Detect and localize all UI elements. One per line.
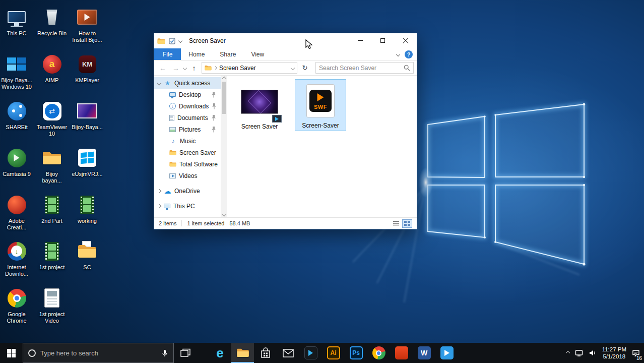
taskbar-search-input[interactable] xyxy=(40,349,157,357)
large-icons-view-button[interactable] xyxy=(402,219,412,228)
desktop-icon-shareit[interactable]: SHAREit xyxy=(0,100,33,131)
taskbar-chrome-button[interactable] xyxy=(367,343,390,363)
microphone-icon[interactable] xyxy=(161,349,168,357)
taskbar-media-player-button[interactable] xyxy=(299,343,322,363)
file-list-area[interactable]: Screen Saver SWF Screen-Saver xyxy=(227,76,417,217)
taskbar-word-button[interactable]: W xyxy=(413,343,435,363)
sidebar-item-documents[interactable]: Documents xyxy=(154,112,221,124)
scrollbar-thumb[interactable] xyxy=(222,82,226,114)
desktop-icon-recycle-bin[interactable]: Recycle Bin xyxy=(35,6,69,37)
start-button[interactable] xyxy=(0,343,23,363)
scroll-down-icon[interactable] xyxy=(222,212,226,216)
maximize-button[interactable] xyxy=(371,33,394,48)
desktop-icon-this-pc[interactable]: This PC xyxy=(0,6,33,37)
back-button[interactable]: ← xyxy=(157,64,168,72)
desktop-icon-sc-folder[interactable]: SC xyxy=(71,240,104,271)
desktop-icon-teamviewer[interactable]: ⇄ TeamViewer 10 xyxy=(35,100,69,137)
address-bar[interactable]: Screen Saver xyxy=(202,62,297,74)
desktop-icon-1st-project-video[interactable]: 1st project Video xyxy=(35,287,69,324)
show-hidden-icons-chevron-icon[interactable] xyxy=(565,351,569,355)
sidebar-scrollbar[interactable] xyxy=(221,76,227,217)
sidebar-item-screen-saver[interactable]: Screen Saver xyxy=(154,147,221,158)
taskbar-edge-button[interactable]: e xyxy=(209,343,231,363)
sidebar-item-onedrive[interactable]: ☁ OneDrive xyxy=(154,185,221,197)
network-icon[interactable] xyxy=(575,349,583,356)
volume-icon[interactable] xyxy=(589,349,597,356)
refresh-button[interactable]: ↻ xyxy=(299,64,310,72)
action-center-button[interactable]: 16 xyxy=(632,349,640,357)
desktop-icon-aimp[interactable]: a AIMP xyxy=(35,53,69,84)
minimize-button[interactable] xyxy=(349,33,371,48)
close-button[interactable] xyxy=(394,33,417,48)
sidebar-item-quick-access[interactable]: ★ Quick access xyxy=(154,77,221,89)
tab-share[interactable]: Share xyxy=(212,48,243,60)
desktop-icon-bijoy-bayan-folder[interactable]: Bijoy bayan... xyxy=(35,147,69,184)
scroll-up-icon[interactable] xyxy=(222,77,226,81)
expand-chevron-icon[interactable] xyxy=(157,204,161,208)
desktop-icon-label: SC xyxy=(83,264,91,271)
file-screen-saver-swf[interactable]: SWF Screen-Saver xyxy=(295,80,346,131)
forward-button[interactable]: → xyxy=(170,64,181,72)
desktop-icon-camtasia[interactable]: Camtasia 9 xyxy=(0,147,33,177)
sidebar-item-this-pc[interactable]: This PC xyxy=(154,200,221,212)
help-button[interactable]: ? xyxy=(405,50,413,58)
desktop-icon-2nd-part[interactable]: 2nd Part xyxy=(35,194,69,224)
task-view-button[interactable] xyxy=(174,343,197,363)
sidebar-item-music[interactable]: ♪ Music xyxy=(154,135,221,147)
desktop-icon-label: Bijoy-Baya... xyxy=(72,124,103,131)
desktop-icon-working[interactable]: working xyxy=(71,194,104,224)
desktop-icon-idm[interactable]: ↓ Internet Downlo... xyxy=(0,240,33,277)
expand-chevron-icon[interactable] xyxy=(157,189,161,193)
desktop-icon-how-to-install[interactable]: How to Install Bijo... xyxy=(71,6,104,43)
taskbar-clock[interactable]: 11:27 PM 5/1/2018 xyxy=(602,346,626,360)
desktop-icon-label: Camtasia 9 xyxy=(3,171,31,177)
taskbar-photoshop-button[interactable]: Ps xyxy=(345,343,367,363)
desktop-icon-adobe-creative[interactable]: Adobe Creati... xyxy=(0,194,33,231)
this-pc-icon xyxy=(164,204,170,208)
tab-file[interactable]: File xyxy=(154,48,181,60)
taskbar-search[interactable] xyxy=(23,343,174,363)
desktop-icon-kmplayer[interactable]: KM KMPlayer xyxy=(71,53,104,84)
documents-icon xyxy=(169,115,174,121)
address-dropdown-chevron-icon[interactable] xyxy=(291,66,295,70)
desktop-icon-eusjmvrj[interactable]: eUsjmVRJ... xyxy=(71,147,104,177)
desktop-icon-bijoy-windows10[interactable]: Bijoy-Baya... Windows 10 xyxy=(0,53,33,90)
sidebar-item-desktop[interactable]: Desktop xyxy=(154,89,221,100)
taskbar-movies-app-button[interactable] xyxy=(435,343,458,363)
properties-check-icon[interactable] xyxy=(169,38,175,44)
title-bar[interactable]: Screen Saver xyxy=(154,33,417,48)
desktop-icon-bijoy-image[interactable]: Bijoy-Baya... xyxy=(71,100,104,131)
taskbar-file-explorer-button[interactable] xyxy=(231,343,254,363)
details-view-button[interactable] xyxy=(391,219,401,228)
customize-toolbar-chevron-icon[interactable] xyxy=(178,39,182,43)
search-icon[interactable] xyxy=(404,65,410,71)
recent-locations-chevron-icon[interactable] xyxy=(183,66,187,70)
file-screen-saver-video[interactable]: Screen Saver xyxy=(234,81,285,132)
sidebar-item-videos[interactable]: Videos xyxy=(154,170,221,182)
desktop-icon-label: Bijoy bayan... xyxy=(35,171,69,184)
taskbar-mail-button[interactable] xyxy=(277,343,299,363)
taskbar-adobe-red-button[interactable] xyxy=(390,343,413,363)
desktop-icon-chrome[interactable]: Google Chrome xyxy=(0,287,33,324)
expand-ribbon-chevron-icon[interactable] xyxy=(396,52,400,56)
sidebar-item-label: Downloads xyxy=(179,103,209,110)
sidebar-item-downloads[interactable]: ↓ Downloads xyxy=(154,100,221,112)
desktop-icon-label: eUsjmVRJ... xyxy=(72,171,102,177)
tab-home[interactable]: Home xyxy=(181,48,212,60)
pin-icon xyxy=(212,103,217,109)
sidebar-item-pictures[interactable]: Pictures xyxy=(154,124,221,135)
desktop-icon-1st-project[interactable]: 1st project xyxy=(35,240,69,271)
tab-view[interactable]: View xyxy=(243,48,272,60)
sidebar-item-total-software[interactable]: Total Software xyxy=(154,158,221,170)
window-title: Screen Saver xyxy=(189,37,226,44)
up-button[interactable]: ↑ xyxy=(188,64,200,72)
selection-summary: 1 item selected xyxy=(187,220,224,226)
taskbar-illustrator-button[interactable]: Ai xyxy=(322,343,345,363)
chrome-icon xyxy=(372,346,385,359)
taskbar-store-button[interactable] xyxy=(254,343,277,363)
desktop-icon-grid: This PC Recycle Bin How to Install Bijo.… xyxy=(0,0,111,343)
collapse-chevron-icon[interactable] xyxy=(157,81,161,85)
taskbar: e Ai Ps W 11:27 PM 5/1/2018 16 xyxy=(0,343,644,363)
search-box xyxy=(315,62,414,74)
explorer-search-input[interactable] xyxy=(319,65,402,72)
